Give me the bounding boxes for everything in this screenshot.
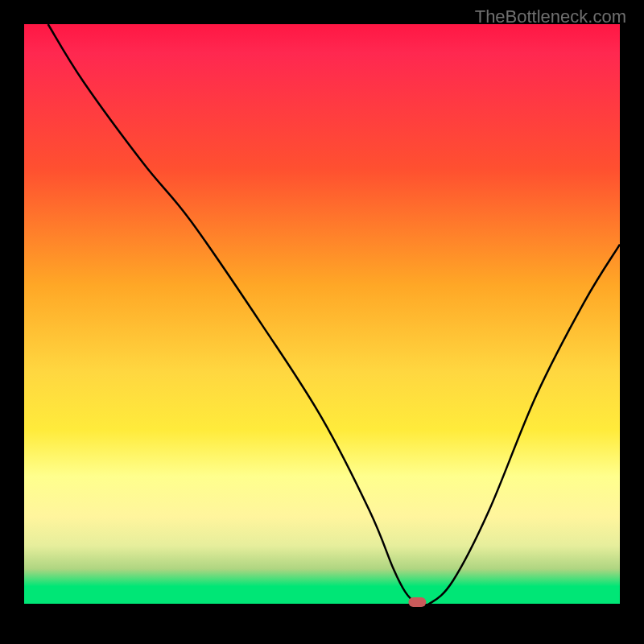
chart-container: TheBottleneck.com: [0, 0, 644, 644]
chart-svg-layer: [24, 24, 620, 604]
bottleneck-curve: [48, 24, 620, 606]
optimal-point-marker: [408, 597, 426, 607]
watermark-text: TheBottleneck.com: [475, 6, 626, 27]
